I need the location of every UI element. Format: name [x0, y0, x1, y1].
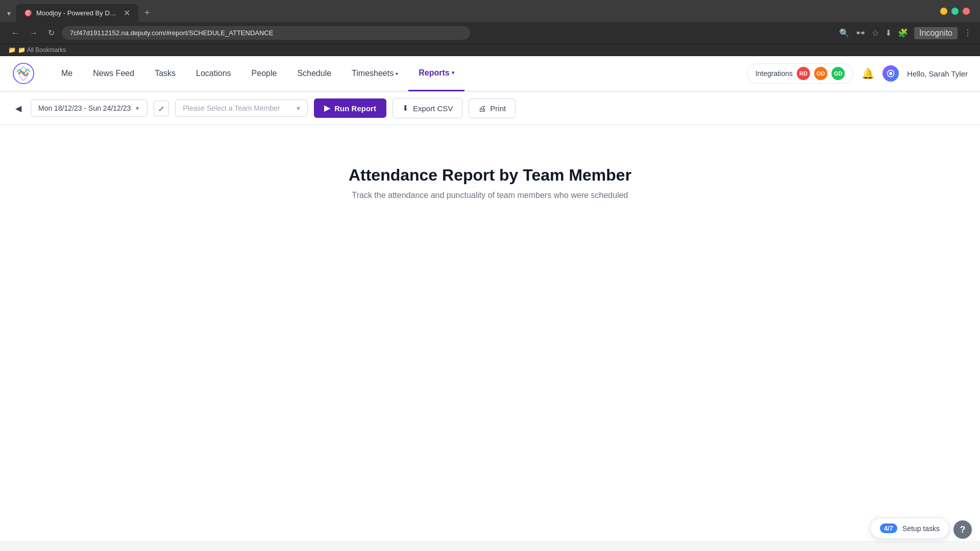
close-window-button[interactable]: [963, 8, 970, 15]
top-nav: Me News Feed Tasks Locations People Sche…: [0, 56, 980, 92]
main-content: Attendance Report by Team Member Track t…: [0, 125, 980, 431]
back-button[interactable]: ←: [8, 27, 22, 40]
new-tab-button[interactable]: +: [140, 6, 154, 20]
nav-item-me[interactable]: Me: [51, 56, 83, 91]
browser-chrome: ▾ 🎯 Moodjoy - Powered By Deputy. ✕ + ← →…: [0, 0, 980, 56]
nav-item-timesheets[interactable]: Timesheets ▾: [341, 56, 408, 91]
notifications-button[interactable]: 🔔: [862, 67, 874, 80]
bookmarks-label[interactable]: 📁 All Bookmarks: [18, 46, 66, 54]
nav-item-schedule[interactable]: Schedule: [287, 56, 341, 91]
maximize-button[interactable]: [951, 8, 959, 15]
report-toolbar: ◀ Mon 18/12/23 - Sun 24/12/23 ▼ ⤢ Please…: [0, 92, 980, 125]
report-subtitle: Track the attendance and punctuality of …: [349, 191, 631, 200]
svg-point-1: [21, 71, 26, 76]
team-member-dropdown-arrow: ▾: [297, 104, 300, 112]
nav-right: Integrations RD OD GD 🔔: [747, 63, 968, 84]
expand-button[interactable]: ⤢: [154, 101, 169, 116]
browser-tab-active[interactable]: 🎯 Moodjoy - Powered By Deputy. ✕: [16, 4, 138, 22]
bookmark-icon[interactable]: ☆: [872, 28, 879, 38]
team-member-select[interactable]: Please Select a Team Member ▾: [175, 99, 308, 117]
expand-icon: ⤢: [158, 105, 164, 113]
report-title: Attendance Report by Team Member: [349, 166, 631, 185]
nav-item-locations[interactable]: Locations: [186, 56, 241, 91]
integrations-label: Integrations: [755, 69, 793, 78]
setup-tasks-widget[interactable]: 4/7 Setup tasks: [870, 518, 949, 539]
browser-tab-bar: ▾ 🎯 Moodjoy - Powered By Deputy. ✕ +: [0, 0, 980, 22]
nav-item-tasks[interactable]: Tasks: [144, 56, 186, 91]
export-csv-button[interactable]: ⬇ Export CSV: [393, 98, 462, 118]
tab-favicon: 🎯: [24, 9, 32, 17]
team-member-placeholder: Please Select a Team Member: [183, 104, 280, 112]
download-icon[interactable]: ⬇: [885, 28, 892, 38]
refresh-button[interactable]: ↻: [45, 26, 58, 40]
export-csv-label: Export CSV: [413, 104, 453, 113]
print-button[interactable]: 🖨 Print: [469, 98, 516, 118]
run-report-label: Run Report: [334, 104, 376, 113]
avatar-green: GD: [831, 67, 845, 80]
bookmarks-bar: 📁 📁 All Bookmarks: [0, 44, 980, 56]
date-range-button[interactable]: Mon 18/12/23 - Sun 24/12/23 ▼: [31, 99, 148, 117]
tab-title: Moodjoy - Powered By Deputy.: [36, 9, 119, 17]
setup-tasks-label: Setup tasks: [902, 524, 940, 533]
nav-items: Me News Feed Tasks Locations People Sche…: [51, 56, 747, 91]
print-icon: 🖨: [478, 104, 486, 113]
settings-button[interactable]: [883, 65, 899, 82]
tab-close-button[interactable]: ✕: [124, 8, 130, 18]
setup-tasks-badge: 4/7: [880, 523, 897, 533]
run-report-icon: ▶: [324, 104, 330, 113]
search-icon[interactable]: 🔍: [839, 28, 849, 38]
incognito-badge: Incognito: [914, 27, 958, 39]
date-range-text: Mon 18/12/23 - Sun 24/12/23: [38, 104, 131, 112]
bookmarks-folder-icon: 📁: [8, 46, 16, 54]
menu-icon[interactable]: ⋮: [964, 28, 972, 38]
print-label: Print: [490, 104, 506, 113]
nav-item-people[interactable]: People: [241, 56, 287, 91]
browser-address-bar: ← → ↻ 🔍 👓 ☆ ⬇ 🧩 Incognito ⋮: [0, 22, 980, 44]
window-controls: [934, 8, 976, 19]
nav-item-reports[interactable]: Reports ▾: [408, 56, 464, 91]
timesheets-label: Timesheets: [352, 69, 394, 78]
help-button[interactable]: ?: [953, 520, 972, 539]
address-bar-input[interactable]: [62, 26, 470, 40]
app-logo[interactable]: [12, 62, 35, 85]
forward-button[interactable]: →: [27, 27, 41, 40]
run-report-button[interactable]: ▶ Run Report: [314, 98, 386, 118]
avatar-orange: OD: [814, 67, 827, 80]
nav-item-news-feed[interactable]: News Feed: [83, 56, 144, 91]
prev-period-button[interactable]: ◀: [12, 101, 24, 116]
browser-action-buttons: 🔍 👓 ☆ ⬇ 🧩 Incognito ⋮: [839, 27, 972, 39]
settings-icon: [883, 65, 899, 82]
export-icon: ⬇: [402, 104, 409, 113]
integrations-button[interactable]: Integrations RD OD GD: [747, 63, 853, 84]
report-header: Attendance Report by Team Member Track t…: [349, 166, 631, 200]
reader-mode-icon[interactable]: 👓: [855, 28, 866, 38]
timesheets-dropdown-arrow: ▾: [396, 71, 398, 77]
reports-dropdown-arrow: ▾: [452, 70, 454, 76]
date-range-dropdown-arrow: ▼: [135, 106, 140, 111]
minimize-button[interactable]: [940, 8, 947, 15]
reports-label: Reports: [419, 68, 449, 78]
extensions-icon[interactable]: 🧩: [898, 28, 908, 38]
hello-text: Hello, Sarah Tyler: [907, 69, 968, 78]
app-container: Me News Feed Tasks Locations People Sche…: [0, 56, 980, 541]
tab-list-button[interactable]: ▾: [4, 7, 14, 19]
avatar-red: RD: [797, 67, 810, 80]
